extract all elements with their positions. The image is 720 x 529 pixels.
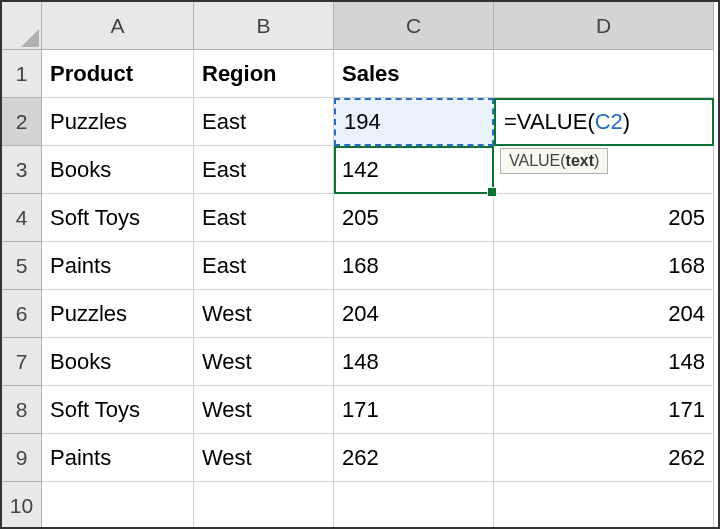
- cell-D4[interactable]: 205: [494, 194, 714, 242]
- row-header-9[interactable]: 9: [2, 434, 42, 482]
- cell-D5[interactable]: 168: [494, 242, 714, 290]
- cell-D2-formula-editor[interactable]: =VALUE(C2) VALUE(text): [494, 98, 714, 146]
- cell-C3[interactable]: 142: [334, 146, 494, 194]
- cell-B3[interactable]: East: [194, 146, 334, 194]
- cell-B1[interactable]: Region: [194, 50, 334, 98]
- cell-B8[interactable]: West: [194, 386, 334, 434]
- col-header-B[interactable]: B: [194, 2, 334, 50]
- row-header-7[interactable]: 7: [2, 338, 42, 386]
- row-header-10[interactable]: 10: [2, 482, 42, 529]
- formula-tooltip[interactable]: VALUE(text): [500, 148, 608, 174]
- select-all-corner[interactable]: [2, 2, 42, 50]
- row-header-4[interactable]: 4: [2, 194, 42, 242]
- formula-function-name: VALUE: [517, 109, 588, 135]
- tooltip-arg: text: [566, 152, 594, 169]
- cell-B9[interactable]: West: [194, 434, 334, 482]
- row-header-6[interactable]: 6: [2, 290, 42, 338]
- cell-A5[interactable]: Paints: [42, 242, 194, 290]
- cell-D9[interactable]: 262: [494, 434, 714, 482]
- row-header-3[interactable]: 3: [2, 146, 42, 194]
- cell-C4[interactable]: 205: [334, 194, 494, 242]
- cell-C6[interactable]: 204: [334, 290, 494, 338]
- col-header-C[interactable]: C: [334, 2, 494, 50]
- cell-A10[interactable]: [42, 482, 194, 529]
- cell-B2[interactable]: East: [194, 98, 334, 146]
- cell-D7[interactable]: 148: [494, 338, 714, 386]
- cell-D6[interactable]: 204: [494, 290, 714, 338]
- formula-close-paren: ): [623, 109, 630, 135]
- row-header-2[interactable]: 2: [2, 98, 42, 146]
- cell-C9[interactable]: 262: [334, 434, 494, 482]
- formula-open-paren: (: [587, 109, 594, 135]
- cell-A4[interactable]: Soft Toys: [42, 194, 194, 242]
- formula-equals: =: [504, 109, 517, 135]
- cell-C1[interactable]: Sales: [334, 50, 494, 98]
- cell-A8[interactable]: Soft Toys: [42, 386, 194, 434]
- row-header-1[interactable]: 1: [2, 50, 42, 98]
- cell-C10[interactable]: [334, 482, 494, 529]
- cell-A1[interactable]: Product: [42, 50, 194, 98]
- cell-A3[interactable]: Books: [42, 146, 194, 194]
- cell-D1[interactable]: [494, 50, 714, 98]
- spreadsheet-grid[interactable]: A B C D 1 Product Region Sales 2 Puzzles…: [2, 2, 718, 529]
- cell-B6[interactable]: West: [194, 290, 334, 338]
- cell-C2[interactable]: 194: [334, 98, 494, 146]
- tooltip-close: ): [594, 152, 599, 169]
- cell-C7[interactable]: 148: [334, 338, 494, 386]
- cell-A6[interactable]: Puzzles: [42, 290, 194, 338]
- col-header-A[interactable]: A: [42, 2, 194, 50]
- cell-C8[interactable]: 171: [334, 386, 494, 434]
- tooltip-fn: VALUE(: [509, 152, 566, 169]
- cell-B4[interactable]: East: [194, 194, 334, 242]
- cell-D8[interactable]: 171: [494, 386, 714, 434]
- cell-B10[interactable]: [194, 482, 334, 529]
- cell-B5[interactable]: East: [194, 242, 334, 290]
- cell-A2[interactable]: Puzzles: [42, 98, 194, 146]
- cell-D10[interactable]: [494, 482, 714, 529]
- formula-cell-ref: C2: [595, 109, 623, 135]
- col-header-D[interactable]: D: [494, 2, 714, 50]
- row-header-8[interactable]: 8: [2, 386, 42, 434]
- row-header-5[interactable]: 5: [2, 242, 42, 290]
- cell-A9[interactable]: Paints: [42, 434, 194, 482]
- cell-B7[interactable]: West: [194, 338, 334, 386]
- cell-C5[interactable]: 168: [334, 242, 494, 290]
- cell-A7[interactable]: Books: [42, 338, 194, 386]
